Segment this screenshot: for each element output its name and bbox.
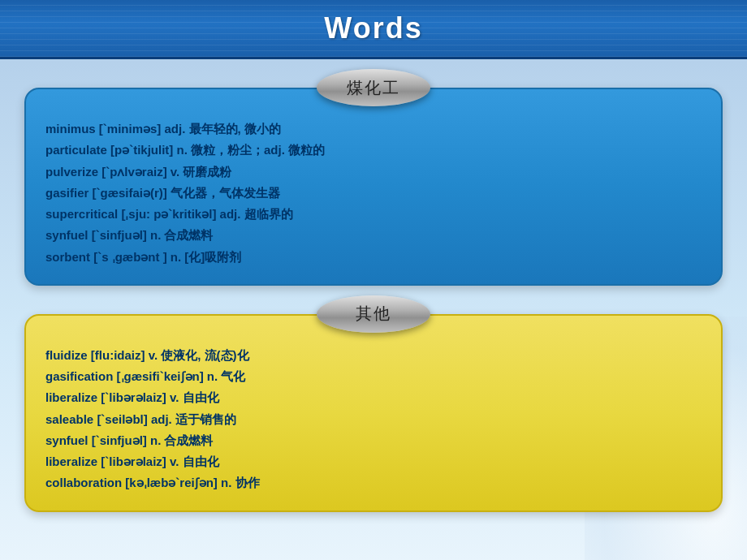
list-item: synfuel [`sinfjuәl] n. 合成燃料 [45,430,702,451]
section1-label: 煤化工 [317,69,430,106]
header: Words [0,0,747,59]
section2-label: 其他 [317,295,430,333]
list-item: pulverize [`pʌlvәraiz] v. 研磨成粉 [45,162,702,183]
list-item: gasification [ˌgæsifi`keiʃәn] n. 气化 [45,366,702,387]
list-item: fluidize [flu:idaiz] v. 使液化, 流(态)化 [45,345,702,366]
list-item: supercritical [ˌsju: pә`kritikәl] adj. 超… [45,204,702,225]
section-coal-chemistry: 煤化工 minimus [`minimәs] adj. 最年轻的, 微小的par… [24,59,723,286]
page-title: Words [0,11,747,45]
list-item: saleable [`seilәbl] adj. 适于销售的 [45,409,702,430]
section-other: 其他 fluidize [flu:idaiz] v. 使液化, 流(态)化gas… [24,286,723,512]
list-item: synfuel [`sinfjuәl] n. 合成燃料 [45,225,702,246]
list-item: particulate [pә`tikjulit] n. 微粒，粉尘；adj. … [45,140,702,161]
section1-box: minimus [`minimәs] adj. 最年轻的, 微小的particu… [24,88,723,286]
section2-box: fluidize [flu:idaiz] v. 使液化, 流(态)化gasifi… [24,314,723,512]
list-item: liberalize [`libәrәlaiz] v. 自由化 [45,387,702,408]
list-item: collaboration [kәˌlæbә`reiʃәn] n. 协作 [45,472,702,493]
list-item: liberalize [`libәrәlaiz] v. 自由化 [45,451,702,472]
list-item: sorbent [`s ˌgæbәnt ] n. [化]吸附剂 [45,247,702,268]
list-item: minimus [`minimәs] adj. 最年轻的, 微小的 [45,118,702,140]
main-content: 煤化工 minimus [`minimәs] adj. 最年轻的, 微小的par… [0,59,747,512]
list-item: gasifier [`gæsifaiә(r)] 气化器，气体发生器 [45,183,702,204]
